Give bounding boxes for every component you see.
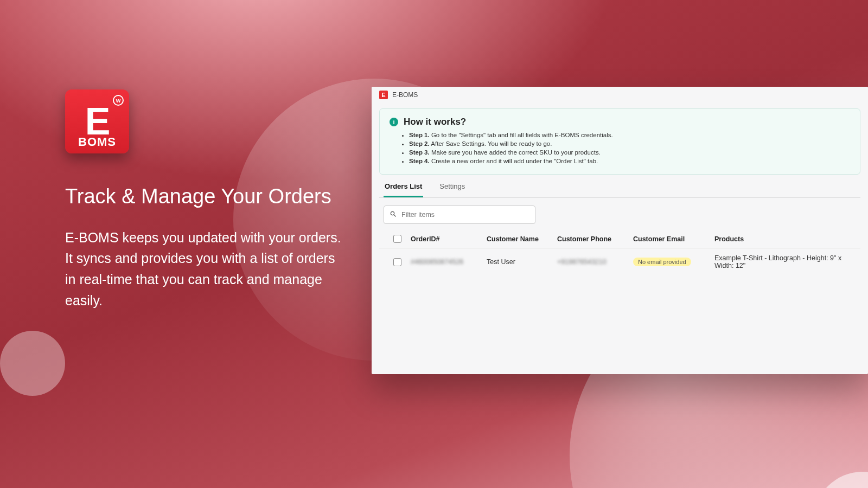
col-products: Products <box>714 235 856 243</box>
table-row[interactable]: #460085087452­6 Test User +919876543210 … <box>379 248 860 275</box>
how-it-works-title: How it works? <box>404 117 466 127</box>
search-icon <box>390 210 397 220</box>
col-customer-email: Customer Email <box>633 235 714 243</box>
marketing-block: E w BOMS Track & Manage Your Orders E-BO… <box>65 89 347 311</box>
info-icon: i <box>390 118 398 126</box>
cell-customer-email: No email provided <box>633 258 714 266</box>
step-item: Step 1. Go to the "Settings" tab and fil… <box>409 132 850 138</box>
step-item: Step 3. Make sure you have added the cor… <box>409 149 850 156</box>
table-header: OrderID# Customer Name Customer Phone Cu… <box>379 229 860 248</box>
app-titlebar: E E-BOMS <box>372 87 868 103</box>
col-customer-phone: Customer Phone <box>557 235 633 243</box>
how-it-works-steps: Step 1. Go to the "Settings" tab and fil… <box>409 132 850 164</box>
app-logo-icon: E <box>379 91 388 99</box>
app-title: E-BOMS <box>392 91 418 99</box>
brand-logo-sub: BOMS <box>65 135 129 149</box>
col-order-id: OrderID# <box>411 235 487 243</box>
how-it-works-card: i How it works? Step 1. Go to the "Setti… <box>379 108 860 175</box>
app-screenshot: E E-BOMS i How it works? Step 1. Go to t… <box>372 87 868 374</box>
brand-logo-reg: w <box>113 95 124 106</box>
cell-order-id: #460085087452­6 <box>411 258 487 266</box>
step-item: Step 2. After Save Settings. You will be… <box>409 140 850 147</box>
tab-settings[interactable]: Settings <box>438 182 466 197</box>
brand-logo: E w BOMS <box>65 89 129 153</box>
page-description: E-BOMS keeps you updated with your order… <box>65 227 347 311</box>
select-all-checkbox[interactable] <box>393 235 401 243</box>
filter-input[interactable]: Filter items <box>384 206 535 224</box>
filter-placeholder: Filter items <box>401 211 435 219</box>
orders-table: OrderID# Customer Name Customer Phone Cu… <box>379 229 860 275</box>
cell-products: Example T-Shirt - Lithograph - Height: 9… <box>714 254 856 269</box>
tabs: Orders List Settings <box>379 175 860 198</box>
step-item: Step 4. Create a new order and it will a… <box>409 158 850 164</box>
tab-orders-list[interactable]: Orders List <box>384 182 423 197</box>
page-title: Track & Manage Your Orders <box>65 185 347 209</box>
decorative-circle <box>0 331 65 396</box>
row-checkbox[interactable] <box>393 258 401 266</box>
cell-customer-phone: +919876543210 <box>557 258 633 266</box>
decorative-circle <box>814 472 868 488</box>
col-customer-name: Customer Name <box>487 235 557 243</box>
no-email-badge: No email provided <box>633 258 691 266</box>
cell-customer-name: Test User <box>487 258 557 266</box>
